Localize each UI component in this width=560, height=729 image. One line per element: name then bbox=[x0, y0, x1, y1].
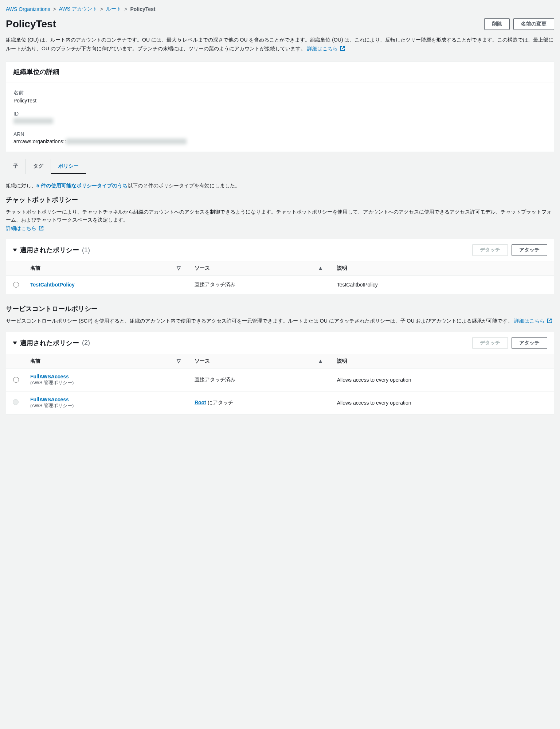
scp-attach-button[interactable]: アタッチ bbox=[512, 337, 547, 349]
scp-detach-button[interactable]: デタッチ bbox=[472, 337, 508, 349]
breadcrumb: AWS Organizations > AWS アカウント > ルート > Po… bbox=[6, 6, 554, 12]
chevron-right-icon: > bbox=[53, 6, 56, 12]
policy-sub-label: (AWS 管理ポリシー) bbox=[30, 403, 74, 408]
col-select bbox=[6, 354, 25, 368]
breadcrumb-root[interactable]: ルート bbox=[106, 6, 121, 12]
policy-source: 直接アタッチ済み bbox=[189, 276, 332, 294]
page-title: PolicyTest bbox=[6, 18, 56, 30]
arn-label: ARN bbox=[13, 131, 547, 137]
arn-value: arn:aws:organizations::XXXXXXXXXXXX:ou/o… bbox=[13, 139, 547, 144]
id-value: ou-xxxx-xxxxxxxx bbox=[13, 118, 547, 124]
row-select-radio[interactable] bbox=[13, 377, 19, 383]
table-row: FullAWSAccess (AWS 管理ポリシー) 直接アタッチ済み Allo… bbox=[6, 368, 554, 391]
sort-asc-icon: ▲ bbox=[318, 265, 323, 271]
chatbot-detach-button[interactable]: デタッチ bbox=[472, 244, 508, 256]
table-row: FullAWSAccess (AWS 管理ポリシー) Root にアタッチ Al… bbox=[6, 391, 554, 414]
scp-policies-table: 名前▽ ソース▲ 説明 FullAWSAccess (AWS 管理ポリシー) 直… bbox=[6, 354, 554, 414]
policy-name-link[interactable]: FullAWSAccess bbox=[30, 397, 69, 402]
col-source-header[interactable]: ソース▲ bbox=[189, 261, 332, 276]
policy-types-link[interactable]: 5 件の使用可能なポリシータイプのうち bbox=[36, 183, 128, 188]
sort-desc-icon: ▽ bbox=[177, 265, 181, 271]
row-select-radio[interactable] bbox=[13, 282, 19, 288]
chatbot-policies-table: 名前▽ ソース▲ 説明 TestCahtbotPolicy 直接アタッチ済み T… bbox=[6, 261, 554, 294]
row-select-radio-disabled bbox=[13, 399, 19, 405]
col-desc-header[interactable]: 説明 bbox=[332, 354, 554, 368]
policy-desc: Allows access to every operation bbox=[332, 391, 554, 414]
policy-desc: TestCahtbotPolicy bbox=[332, 276, 554, 294]
external-link-icon bbox=[340, 45, 345, 54]
col-name-header[interactable]: 名前▽ bbox=[25, 261, 189, 276]
policy-desc: Allows access to every operation bbox=[332, 368, 554, 391]
chatbot-attach-button[interactable]: アタッチ bbox=[512, 244, 547, 256]
chevron-right-icon: > bbox=[100, 6, 103, 12]
page-description: 組織単位 (OU) は、ルート内のアカウントのコンテナです。OU には、最大 5… bbox=[6, 36, 554, 54]
external-link-icon bbox=[547, 317, 552, 325]
policy-name-link[interactable]: TestCahtbotPolicy bbox=[30, 282, 75, 288]
policy-source: Root にアタッチ bbox=[189, 391, 332, 414]
learn-more-link[interactable]: 詳細はこちら bbox=[307, 46, 345, 51]
external-link-icon bbox=[39, 225, 44, 233]
ou-details-panel: 組織単位の詳細 名前 PolicyTest ID ou-xxxx-xxxxxxx… bbox=[6, 61, 554, 152]
name-value: PolicyTest bbox=[13, 98, 547, 104]
policy-sub-label: (AWS 管理ポリシー) bbox=[30, 380, 74, 385]
tabs: 子 タグ ポリシー bbox=[6, 159, 554, 174]
scp-description: サービスコントロールポリシー (SCP) を使用すると、組織のアカウント内で使用… bbox=[6, 317, 554, 325]
scp-applied-policies-panel: 適用されたポリシー (2) デタッチ アタッチ 名前▽ ソース▲ 説明 Full… bbox=[6, 332, 554, 414]
policy-source: 直接アタッチ済み bbox=[189, 368, 332, 391]
name-label: 名前 bbox=[13, 90, 547, 96]
sort-asc-icon: ▲ bbox=[318, 358, 323, 364]
col-name-header[interactable]: 名前▽ bbox=[25, 354, 189, 368]
caret-down-icon bbox=[13, 342, 17, 344]
table-row: TestCahtbotPolicy 直接アタッチ済み TestCahtbotPo… bbox=[6, 276, 554, 294]
rename-button[interactable]: 名前の変更 bbox=[513, 18, 554, 30]
policy-name-link[interactable]: FullAWSAccess bbox=[30, 374, 69, 379]
chatbot-learn-more-link[interactable]: 詳細はこちら bbox=[6, 225, 44, 231]
chatbot-description: チャットボットポリシーにより、チャットチャネルから組織のアカウントへのアクセスを… bbox=[6, 208, 554, 233]
breadcrumb-accounts[interactable]: AWS アカウント bbox=[59, 6, 97, 12]
chatbot-title: チャットボットポリシー bbox=[6, 195, 554, 204]
details-header: 組織単位の詳細 bbox=[13, 67, 547, 76]
caret-down-icon bbox=[13, 249, 17, 252]
sort-desc-icon: ▽ bbox=[177, 358, 181, 364]
tab-tags[interactable]: タグ bbox=[26, 159, 51, 174]
scp-title: サービスコントロールポリシー bbox=[6, 304, 554, 313]
chatbot-applied-title[interactable]: 適用されたポリシー (1) bbox=[13, 246, 90, 254]
tab-policies[interactable]: ポリシー bbox=[51, 159, 86, 174]
policy-intro: 組織に対し、5 件の使用可能なポリシータイプのうち以下の 2 件のポリシータイプ… bbox=[6, 182, 554, 190]
breadcrumb-current: PolicyTest bbox=[130, 6, 155, 12]
tab-children[interactable]: 子 bbox=[6, 159, 26, 174]
col-select bbox=[6, 261, 25, 276]
scp-applied-title[interactable]: 適用されたポリシー (2) bbox=[13, 339, 90, 347]
source-root-link[interactable]: Root bbox=[195, 399, 206, 405]
scp-learn-more-link[interactable]: 詳細はこちら bbox=[514, 318, 552, 324]
id-label: ID bbox=[13, 111, 547, 117]
breadcrumb-organizations[interactable]: AWS Organizations bbox=[6, 6, 50, 12]
delete-button[interactable]: 削除 bbox=[484, 18, 510, 30]
chatbot-applied-policies-panel: 適用されたポリシー (1) デタッチ アタッチ 名前▽ ソース▲ 説明 Test… bbox=[6, 239, 554, 294]
col-desc-header[interactable]: 説明 bbox=[332, 261, 554, 276]
col-source-header[interactable]: ソース▲ bbox=[189, 354, 332, 368]
chevron-right-icon: > bbox=[124, 6, 127, 12]
